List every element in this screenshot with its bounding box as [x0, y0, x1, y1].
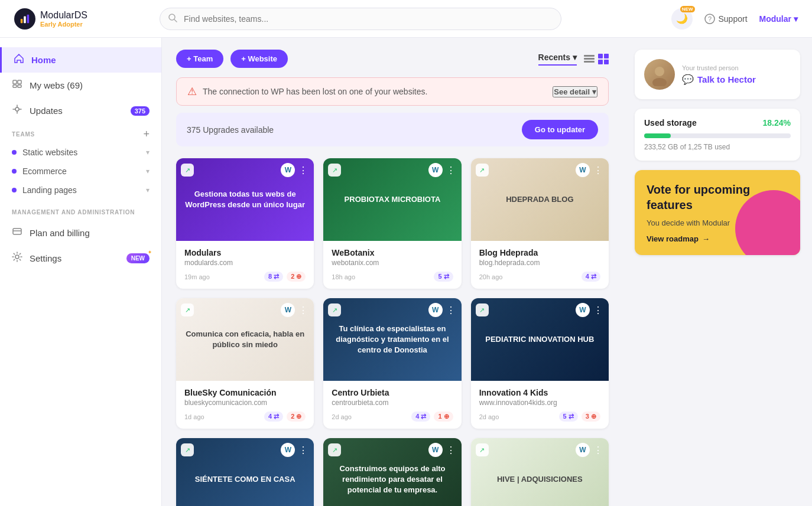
dark-mode-button[interactable]: 🌙 NEW: [671, 8, 693, 30]
team-label: Landing pages: [22, 185, 77, 195]
card-right-icons: W ⋮: [576, 443, 604, 457]
grid-view-button[interactable]: [598, 54, 609, 64]
team-dot: [12, 150, 17, 155]
view-roadmap-button[interactable]: View roadmap →: [647, 234, 788, 243]
settings-new-badge: NEW: [126, 253, 150, 263]
search-icon: [168, 13, 177, 25]
sidebar-item-updates[interactable]: Updates 375: [0, 98, 161, 123]
external-link-icon[interactable]: ↗: [328, 443, 341, 456]
svg-rect-10: [18, 85, 21, 87]
top-right-actions: 🌙 NEW ? Support Modular ▾: [671, 8, 798, 30]
see-detail-button[interactable]: See detail ▾: [553, 86, 597, 97]
user-menu-button[interactable]: Modular ▾: [759, 14, 798, 24]
sidebar-item-plan-billing[interactable]: Plan and billing: [0, 220, 161, 246]
toolbar: + Team + Website Recents ▾: [176, 50, 609, 68]
wp-connection-alert: ⚠ The connection to WP has been lost on …: [176, 77, 609, 106]
external-link-icon[interactable]: ↗: [181, 443, 194, 456]
website-card-hdeprada[interactable]: HDEPRADA BLOG ↗ W ⋮ Blog Hdeprada blog.h…: [471, 158, 609, 289]
card-more-button[interactable]: ⋮: [445, 304, 457, 316]
logo-text: ModularDS Early Adopter: [40, 10, 87, 28]
card-more-button[interactable]: ⋮: [445, 164, 457, 176]
new-badge: NEW: [680, 6, 695, 12]
website-card-sientete[interactable]: SIÉNTETE COMO EN CASA ↗ W ⋮ Siéntete Com…: [176, 438, 314, 506]
team-label: Static websites: [22, 148, 77, 157]
svg-rect-12: [13, 228, 21, 234]
external-link-icon[interactable]: ↗: [476, 303, 489, 316]
external-link-icon[interactable]: ↗: [476, 443, 489, 456]
card-thumbnail: Gestiona todas tus webs de WordPress des…: [176, 158, 314, 241]
add-team-button[interactable]: + Team: [176, 50, 223, 68]
chevron-down-icon: ▾: [146, 167, 150, 175]
card-right-icons: W ⋮: [576, 163, 604, 177]
card-thumbnail: PEDIATRIC INNOVATION HUB ↗ W ⋮: [471, 298, 609, 381]
recents-filter-button[interactable]: Recents ▾: [538, 53, 577, 66]
search-input[interactable]: [160, 8, 561, 30]
sidebar-item-landing-pages[interactable]: Landing pages ▾: [0, 181, 161, 200]
card-more-button[interactable]: ⋮: [592, 304, 604, 316]
website-card-modulars[interactable]: Gestiona todas tus webs de WordPress des…: [176, 158, 314, 289]
view-toggle: [584, 54, 609, 64]
card-time-ago: 1d ago: [184, 413, 259, 420]
card-stats: 8 ⇄2 ⊕: [264, 272, 306, 282]
card-right-icons: W ⋮: [281, 303, 309, 317]
alert-detail-label: See detail: [554, 87, 590, 96]
card-stats: 5 ⇄: [434, 272, 453, 282]
svg-rect-9: [13, 85, 17, 87]
card-thumb-text: HIVE | ADQUISICIONES: [492, 469, 587, 489]
external-link-icon[interactable]: ↗: [181, 303, 194, 316]
card-body: Blog Hdeprada blog.hdeprada.com 20h ago …: [471, 241, 609, 289]
website-card-innovation4kids[interactable]: PEDIATRIC INNOVATION HUB ↗ W ⋮ Innovatio…: [471, 298, 609, 429]
talk-to-hector-button[interactable]: 💬 Talk to Hector: [682, 74, 756, 85]
external-link-icon[interactable]: ↗: [328, 164, 341, 177]
website-card-bluesky[interactable]: Comunica con eficacia, habla en público …: [176, 298, 314, 429]
external-link-icon[interactable]: ↗: [328, 303, 341, 316]
main-content: + Team + Website Recents ▾: [162, 38, 623, 506]
card-thumbnail: Construimos equipos de alto rendimiento …: [323, 438, 461, 506]
website-card-webotanix[interactable]: PROBIOTAX MICROBIOTA ↗ W ⋮ WeBotanix web…: [323, 158, 461, 289]
card-more-button[interactable]: ⋮: [297, 164, 309, 176]
card-more-button[interactable]: ⋮: [592, 164, 604, 176]
external-link-icon[interactable]: ↗: [181, 164, 194, 177]
card-right-icons: W ⋮: [428, 163, 457, 177]
card-site-name: WeBotanix: [332, 248, 453, 257]
card-footer: 19m ago 8 ⇄2 ⊕: [184, 272, 306, 282]
add-website-button[interactable]: + Website: [230, 50, 288, 68]
card-more-button[interactable]: ⋮: [445, 444, 457, 456]
storage-bar-fill: [644, 133, 671, 138]
card-thumbnail: HIVE | ADQUISICIONES ↗ W ⋮: [471, 438, 609, 506]
sidebar-item-home[interactable]: Home: [0, 47, 161, 73]
add-team-icon-button[interactable]: +: [143, 128, 150, 141]
card-more-button[interactable]: ⋮: [297, 304, 309, 316]
website-grid: Gestiona todas tus webs de WordPress des…: [176, 158, 609, 506]
card-top-icons: ↗ W ⋮: [476, 443, 604, 457]
card-body: BlueSky Comunicación blueskycomunicacion…: [176, 381, 314, 429]
go-to-updater-button[interactable]: Go to updater: [522, 120, 598, 139]
card-top-icons: ↗ W ⋮: [328, 163, 456, 177]
management-section-label: MANAGEMENT AND ADMINISTRATION: [0, 200, 161, 220]
stat-badge: 5 ⇄: [434, 272, 453, 282]
card-time-ago: 18h ago: [332, 273, 429, 280]
stat-badge: 5 ⇄: [559, 412, 578, 422]
card-more-button[interactable]: ⋮: [592, 444, 604, 456]
sidebar-item-settings[interactable]: Settings NEW: [0, 246, 161, 271]
website-card-rca[interactable]: Construimos equipos de alto rendimiento …: [323, 438, 461, 506]
sidebar-item-ecommerce[interactable]: Ecommerce ▾: [0, 162, 161, 181]
sidebar-item-my-webs[interactable]: My webs (69): [0, 73, 161, 98]
card-top-icons: ↗ W ⋮: [476, 163, 604, 177]
support-icon: ?: [704, 14, 715, 24]
sidebar-item-static-websites[interactable]: Static websites ▾: [0, 143, 161, 162]
vote-subtitle: You decide with Modular: [647, 218, 788, 227]
website-card-centro-urbieta[interactable]: Tu clínica de especialistas en diagnósti…: [323, 298, 461, 429]
storage-percentage: 18.24%: [763, 118, 791, 128]
sidebar-item-home-label: Home: [31, 55, 56, 65]
external-link-icon[interactable]: ↗: [476, 164, 489, 177]
card-right-icons: W ⋮: [428, 443, 457, 457]
support-button[interactable]: ? Support: [704, 14, 748, 24]
my-webs-icon: [12, 79, 22, 92]
card-footer: 1d ago 4 ⇄2 ⊕: [184, 412, 306, 422]
website-card-hive[interactable]: HIVE | ADQUISICIONES ↗ W ⋮ HIVE Adquisic…: [471, 438, 609, 506]
list-view-button[interactable]: [584, 54, 595, 64]
card-thumbnail: PROBIOTAX MICROBIOTA ↗ W ⋮: [323, 158, 461, 241]
chevron-down-icon: ▾: [146, 186, 150, 194]
card-more-button[interactable]: ⋮: [297, 444, 309, 456]
